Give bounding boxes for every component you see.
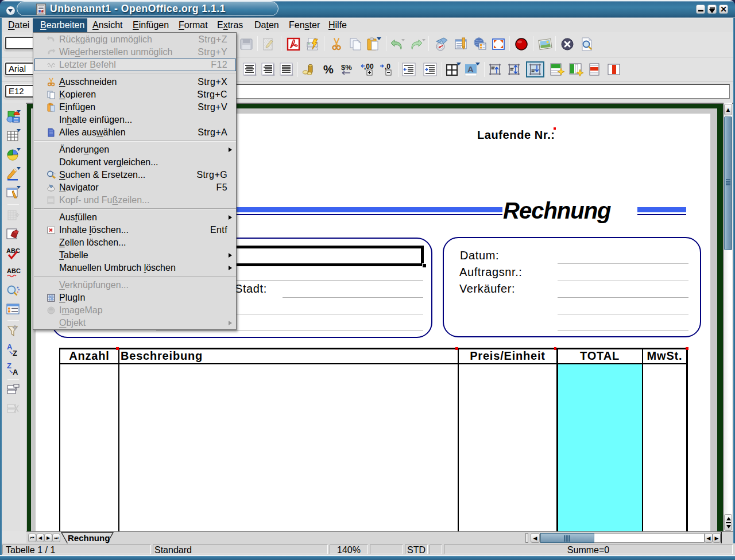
svg-text:%: % bbox=[323, 63, 334, 76]
svg-text:Z: Z bbox=[7, 362, 11, 370]
svg-text:Z: Z bbox=[13, 349, 17, 357]
svg-text:,0: ,0 bbox=[385, 63, 390, 71]
svg-text:ABC: ABC bbox=[6, 247, 20, 254]
svg-text:,00: ,00 bbox=[364, 63, 374, 71]
svg-text:A: A bbox=[467, 64, 474, 74]
svg-text:A: A bbox=[13, 368, 18, 376]
svg-text:A: A bbox=[7, 343, 13, 351]
svg-text:$%: $% bbox=[341, 63, 352, 72]
svg-text:ABC: ABC bbox=[7, 267, 21, 274]
